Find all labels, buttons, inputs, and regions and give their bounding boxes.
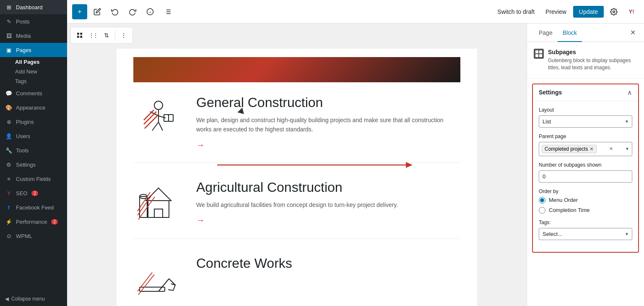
sidebar-item-settings[interactable]: ⚙ Settings xyxy=(0,157,67,172)
sidebar-item-add-new[interactable]: Add New xyxy=(12,67,67,76)
sidebar-item-facebook-feed[interactable]: f Facebook Feed xyxy=(0,200,67,214)
svg-line-19 xyxy=(158,122,163,131)
completion-time-option[interactable]: Completion Time xyxy=(539,207,632,214)
sidebar-item-dashboard[interactable]: ⊞ Dashboard xyxy=(0,0,67,14)
block-grid-button[interactable] xyxy=(73,29,86,42)
sidebar-item-plugins[interactable]: ⊕ Plugins xyxy=(0,115,67,129)
panel-close-button[interactable]: ✕ xyxy=(628,27,637,38)
sidebar-item-label: Comments xyxy=(16,90,42,97)
general-construction-arrow[interactable]: → xyxy=(196,140,205,150)
completion-time-radio[interactable] xyxy=(539,207,545,214)
tags-label: Tags xyxy=(15,78,26,84)
clear-parent-button[interactable]: ✕ xyxy=(609,146,613,151)
sidebar-item-label: WPML xyxy=(16,233,32,239)
sidebar-item-label: Tools xyxy=(16,147,29,154)
sidebar-item-comments[interactable]: 💬 Comments xyxy=(0,86,67,100)
undo-button[interactable] xyxy=(107,4,122,19)
completed-projects-tag: Completed projects ✕ xyxy=(542,145,597,153)
dashboard-icon: ⊞ xyxy=(5,3,13,11)
sidebar-item-users[interactable]: 👤 Users xyxy=(0,129,67,143)
pages-icon: ▣ xyxy=(5,46,13,54)
collapse-menu[interactable]: ◀ Collapse menu xyxy=(0,292,67,306)
layout-select-wrapper: List Grid Cards xyxy=(539,115,632,128)
sidebar-item-custom-fields[interactable]: ≡ Custom Fields xyxy=(0,172,67,186)
svg-rect-12 xyxy=(77,36,79,38)
sidebar-item-wpml[interactable]: ⊙ WPML xyxy=(0,229,67,243)
menu-order-option[interactable]: Menu Order xyxy=(539,197,632,204)
list-view-button[interactable] xyxy=(160,4,175,19)
sidebar-pages-submenu: All Pages Add New Tags xyxy=(0,57,67,86)
tag-chip-label: Completed projects xyxy=(545,146,588,152)
update-button[interactable]: Update xyxy=(573,6,604,18)
switch-draft-label: Switch to draft xyxy=(497,8,535,15)
tab-page[interactable]: Page xyxy=(534,24,558,42)
agricultural-construction-arrow[interactable]: → xyxy=(196,215,205,225)
arrows-icon: ⇅ xyxy=(104,32,109,39)
info-icon xyxy=(146,8,154,16)
block-description: Subpages Gutenberg block to display subp… xyxy=(548,49,637,71)
parent-dropdown-button[interactable]: ▼ xyxy=(625,146,629,151)
right-panel: Page Block ✕ Subpages xyxy=(527,24,644,306)
seo-badge: 2 xyxy=(31,191,38,196)
block-move-button[interactable]: ⇅ xyxy=(100,29,113,42)
settings-gear-button[interactable] xyxy=(606,4,621,19)
tags-select-wrapper: Select... xyxy=(539,228,632,240)
sidebar-item-performance[interactable]: ⚡ Performance 2 xyxy=(0,214,67,229)
number-subpages-input[interactable] xyxy=(539,170,632,183)
add-block-button[interactable]: + xyxy=(72,4,87,19)
tags-select[interactable]: Select... xyxy=(539,228,632,240)
sidebar-item-label: Posts xyxy=(16,18,30,25)
main-area: + Switch to draft Preview Update xyxy=(67,0,644,306)
settings-collapse-button[interactable]: ∧ xyxy=(627,89,632,97)
icon-cell-4 xyxy=(539,54,542,57)
tab-block[interactable]: Block xyxy=(558,24,582,42)
preview-label: Preview xyxy=(545,8,566,15)
tab-page-label: Page xyxy=(539,29,553,36)
editor-wrapper: ⋮⋮ ⇅ ⋮ xyxy=(67,24,644,306)
wpml-icon: ⊙ xyxy=(5,232,13,240)
svg-rect-11 xyxy=(80,33,82,35)
sidebar-item-posts[interactable]: ✎ Posts xyxy=(0,14,67,29)
completion-time-label: Completion Time xyxy=(549,207,590,213)
layout-select[interactable]: List Grid Cards xyxy=(539,115,632,128)
construction-item-agricultural: Agricultural Construction We build agric… xyxy=(133,180,460,239)
order-by-options: Menu Order Completion Time xyxy=(539,197,632,214)
block-drag-button[interactable]: ⋮⋮ xyxy=(87,29,99,42)
menu-order-radio[interactable] xyxy=(539,197,545,204)
general-construction-text: General Construction We plan, design and… xyxy=(196,95,460,150)
hero-image xyxy=(133,57,460,82)
chevron-up-icon: ∧ xyxy=(627,89,632,96)
sidebar-item-seo[interactable]: Y SEO 2 xyxy=(0,186,67,200)
sidebar-item-label: Dashboard xyxy=(16,4,43,10)
agricultural-construction-text: Agricultural Construction We build agric… xyxy=(196,180,398,225)
info-button[interactable] xyxy=(143,4,158,19)
sidebar-item-media[interactable]: 🖼 Media xyxy=(0,29,67,43)
block-title: Subpages xyxy=(548,49,637,55)
agricultural-construction-desc: We build agricultural facilities from co… xyxy=(196,200,398,209)
editor-content[interactable]: ⋮⋮ ⇅ ⋮ xyxy=(67,24,527,306)
layout-field: Layout List Grid Cards xyxy=(539,107,632,128)
plugins-icon: ⊕ xyxy=(5,118,13,126)
preview-button[interactable]: Preview xyxy=(541,6,571,18)
sidebar-item-label: Plugins xyxy=(16,119,34,125)
sidebar-item-label: Users xyxy=(16,133,30,139)
block-more-button[interactable]: ⋮ xyxy=(117,29,130,42)
sidebar-item-pages[interactable]: ▣ Pages xyxy=(0,43,67,57)
remove-tag-button[interactable]: ✕ xyxy=(589,146,594,152)
users-icon: 👤 xyxy=(5,132,13,140)
sidebar-item-label: Appearance xyxy=(16,105,45,111)
redo-button[interactable] xyxy=(125,4,140,19)
sidebar-item-tags[interactable]: Tags xyxy=(12,76,67,86)
grid-icon xyxy=(76,32,83,39)
parent-page-field: Parent page Completed projects ✕ ✕ ▼ xyxy=(539,133,632,156)
yoast-button[interactable]: Y! xyxy=(624,4,639,19)
agricultural-construction-icon xyxy=(133,180,184,226)
sidebar-item-tools[interactable]: 🔧 Tools xyxy=(0,143,67,157)
parent-page-input[interactable]: Completed projects ✕ ✕ ▼ xyxy=(539,142,632,156)
switch-to-draft-button[interactable]: Switch to draft xyxy=(493,6,539,18)
sidebar-item-appearance[interactable]: 🎨 Appearance xyxy=(0,100,67,115)
sidebar-item-label: Custom Fields xyxy=(16,176,51,182)
edit-button[interactable] xyxy=(90,4,105,19)
svg-rect-10 xyxy=(77,33,79,35)
sidebar-item-all-pages[interactable]: All Pages xyxy=(12,57,67,67)
